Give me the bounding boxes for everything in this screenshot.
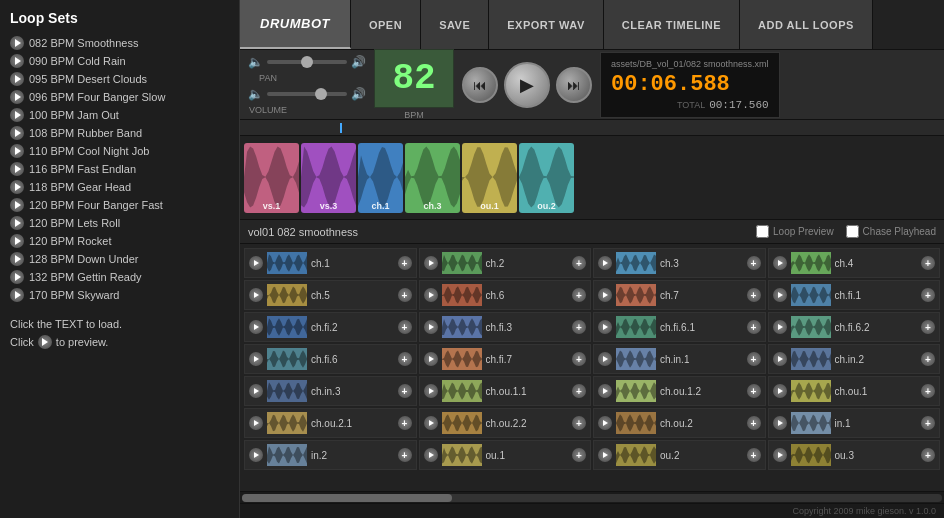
loop-cell[interactable]: ch.fi.6 +	[244, 344, 417, 374]
loop-add-btn[interactable]: +	[747, 320, 761, 334]
sidebar-loop-item[interactable]: 096 BPM Four Banger Slow	[10, 88, 229, 106]
loop-play-btn[interactable]	[424, 288, 438, 302]
play-icon[interactable]	[10, 90, 24, 104]
loop-add-btn[interactable]: +	[747, 416, 761, 430]
play-icon[interactable]	[10, 144, 24, 158]
play-icon[interactable]	[10, 108, 24, 122]
timeline-track[interactable]: vs.1 vs.3 ch.1 ch.3 ou.1 ou.2	[240, 136, 944, 220]
loop-play-btn[interactable]	[598, 256, 612, 270]
loop-play-btn[interactable]	[773, 384, 787, 398]
sidebar-loop-item[interactable]: 120 BPM Four Banger Fast	[10, 196, 229, 214]
sidebar-loop-item[interactable]: 110 BPM Cool Night Job	[10, 142, 229, 160]
sidebar-loop-item[interactable]: 170 BPM Skyward	[10, 286, 229, 304]
timeline-block[interactable]: ou.1	[462, 143, 517, 213]
loop-preview-checkbox[interactable]	[756, 225, 769, 238]
loop-play-btn[interactable]	[424, 352, 438, 366]
loop-cell[interactable]: ch.fi.1 +	[768, 280, 941, 310]
loop-play-btn[interactable]	[249, 352, 263, 366]
loop-add-btn[interactable]: +	[921, 384, 935, 398]
play-icon[interactable]	[10, 234, 24, 248]
loop-add-btn[interactable]: +	[398, 416, 412, 430]
play-icon[interactable]	[10, 54, 24, 68]
save-button[interactable]: SAVE	[421, 0, 489, 49]
loop-cell[interactable]: ch.ou.2.1 +	[244, 408, 417, 438]
loop-play-btn[interactable]	[598, 384, 612, 398]
export-wav-button[interactable]: EXPORT WAV	[489, 0, 604, 49]
loop-cell[interactable]: ch.fi.2 +	[244, 312, 417, 342]
open-button[interactable]: OPEN	[351, 0, 421, 49]
sidebar-loop-item[interactable]: 128 BPM Down Under	[10, 250, 229, 268]
loop-add-btn[interactable]: +	[921, 448, 935, 462]
play-icon[interactable]	[10, 252, 24, 266]
sidebar-loop-item[interactable]: 120 BPM Rocket	[10, 232, 229, 250]
loop-add-btn[interactable]: +	[747, 352, 761, 366]
loop-cell[interactable]: ou.2 +	[593, 440, 766, 470]
loop-add-btn[interactable]: +	[398, 288, 412, 302]
sidebar-loop-item[interactable]: 118 BPM Gear Head	[10, 178, 229, 196]
loop-play-btn[interactable]	[249, 416, 263, 430]
loop-cell[interactable]: ch.ou.1.2 +	[593, 376, 766, 406]
loop-play-btn[interactable]	[424, 320, 438, 334]
loop-cell[interactable]: ch.ou.2.2 +	[419, 408, 592, 438]
loop-play-btn[interactable]	[773, 288, 787, 302]
loop-play-btn[interactable]	[598, 352, 612, 366]
pan-slider[interactable]	[267, 60, 347, 64]
loop-add-btn[interactable]: +	[921, 288, 935, 302]
loop-cell[interactable]: ou.1 +	[419, 440, 592, 470]
clear-timeline-button[interactable]: CLEAR TIMELINE	[604, 0, 740, 49]
loop-play-btn[interactable]	[424, 384, 438, 398]
play-icon[interactable]	[10, 36, 24, 50]
loop-play-btn[interactable]	[249, 384, 263, 398]
loop-cell[interactable]: ch.fi.6.1 +	[593, 312, 766, 342]
loop-cell[interactable]: ch.4 +	[768, 248, 941, 278]
loop-cell[interactable]: ch.1 +	[244, 248, 417, 278]
timeline-block[interactable]: ch.1	[358, 143, 403, 213]
loop-cell[interactable]: in.2 +	[244, 440, 417, 470]
loop-cell[interactable]: ch.ou.2 +	[593, 408, 766, 438]
loop-add-btn[interactable]: +	[398, 256, 412, 270]
loop-cell[interactable]: ch.5 +	[244, 280, 417, 310]
loop-play-btn[interactable]	[424, 416, 438, 430]
sidebar-loop-item[interactable]: 090 BPM Cold Rain	[10, 52, 229, 70]
sidebar-loop-item[interactable]: 116 BPM Fast Endlan	[10, 160, 229, 178]
loop-add-btn[interactable]: +	[398, 352, 412, 366]
loop-add-btn[interactable]: +	[572, 352, 586, 366]
play-icon[interactable]	[10, 72, 24, 86]
loop-add-btn[interactable]: +	[398, 320, 412, 334]
loop-cell[interactable]: ch.in.2 +	[768, 344, 941, 374]
volume-slider[interactable]	[267, 92, 347, 96]
loop-play-btn[interactable]	[598, 320, 612, 334]
loop-play-btn[interactable]	[773, 416, 787, 430]
loop-add-btn[interactable]: +	[921, 416, 935, 430]
timeline-block[interactable]: ch.3	[405, 143, 460, 213]
play-icon[interactable]	[10, 126, 24, 140]
loop-cell[interactable]: ch.fi.3 +	[419, 312, 592, 342]
loop-play-btn[interactable]	[249, 320, 263, 334]
loop-play-btn[interactable]	[773, 320, 787, 334]
loop-play-btn[interactable]	[424, 448, 438, 462]
play-icon[interactable]	[10, 198, 24, 212]
loop-play-btn[interactable]	[773, 256, 787, 270]
play-icon[interactable]	[10, 270, 24, 284]
loop-play-btn[interactable]	[424, 256, 438, 270]
loop-cell[interactable]: ch.fi.7 +	[419, 344, 592, 374]
loop-grid[interactable]: ch.1 + ch.2 + ch.3 + ch.4 + ch.5 +	[240, 244, 944, 491]
loop-play-btn[interactable]	[249, 256, 263, 270]
loop-add-btn[interactable]: +	[747, 256, 761, 270]
scrollbar-thumb[interactable]	[242, 494, 452, 502]
loop-add-btn[interactable]: +	[747, 448, 761, 462]
loop-cell[interactable]: ch.3 +	[593, 248, 766, 278]
loop-play-btn[interactable]	[249, 288, 263, 302]
sidebar-loop-item[interactable]: 100 BPM Jam Out	[10, 106, 229, 124]
loop-cell[interactable]: ch.in.1 +	[593, 344, 766, 374]
loop-play-btn[interactable]	[249, 448, 263, 462]
sidebar-loop-item[interactable]: 120 BPM Lets Roll	[10, 214, 229, 232]
loop-cell[interactable]: ch.2 +	[419, 248, 592, 278]
loop-cell[interactable]: ch.fi.6.2 +	[768, 312, 941, 342]
drumbot-button[interactable]: drumbot	[240, 0, 351, 49]
bottom-scrollbar[interactable]	[240, 491, 944, 503]
rewind-button[interactable]: ⏮	[462, 67, 498, 103]
sidebar-loop-item[interactable]: 108 BPM Rubber Band	[10, 124, 229, 142]
fast-forward-button[interactable]: ⏭	[556, 67, 592, 103]
loop-cell[interactable]: ch.ou.1.1 +	[419, 376, 592, 406]
